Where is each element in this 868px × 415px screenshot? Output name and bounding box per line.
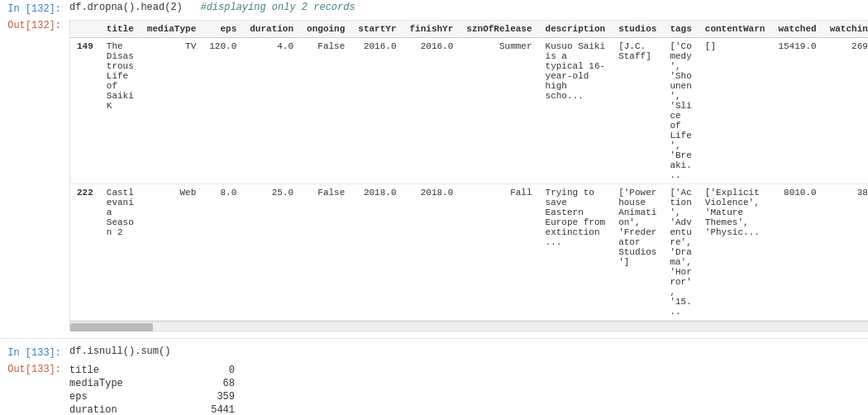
col-header-watching: watching: [823, 21, 868, 38]
notebook: In [132]: df.dropna().head(2) #displayin…: [0, 0, 868, 415]
table-cell-watching: 2694: [823, 38, 868, 184]
isnull-val: 68: [185, 377, 235, 390]
col-header-studios: studios: [612, 21, 663, 38]
table-cell-duration: 25.0: [243, 184, 300, 321]
cell-133-isnull: title0mediaType68eps359duration5441ongoi…: [66, 360, 868, 415]
cell-133-out-label: Out[133]:: [0, 360, 66, 415]
table-cell-sznOfRelease: Summer: [460, 38, 538, 184]
table-cell-contentWarn: ['Explicit Violence', 'Mature Themes', '…: [699, 184, 772, 321]
isnull-grid: title0mediaType68eps359duration5441ongoi…: [69, 362, 865, 415]
table-cell-watching: 384: [823, 184, 868, 321]
table-cell-ongoing: False: [300, 184, 351, 321]
cell-132-table-container: title mediaType eps duration ongoing sta…: [66, 17, 868, 333]
table-row: 222Castlevania Season 2Web8.025.0False20…: [70, 184, 868, 321]
cell-132-output: Out[132]: title mediaType eps duration o…: [0, 17, 868, 333]
table-cell-tags: ['Comedy', 'Shounen', 'Slice of Life', '…: [663, 38, 698, 184]
scrollbar-thumb[interactable]: [70, 323, 153, 332]
isnull-key: mediaType: [69, 377, 185, 390]
code-comment: #displaying only 2 records: [188, 2, 355, 13]
table-cell-tags: ['Action', 'Adventure', 'Drama', 'Horror…: [663, 184, 698, 321]
col-header-finishyr: finishYr: [403, 21, 460, 38]
cell-132-code: df.dropna().head(2) #displaying only 2 r…: [66, 0, 868, 15]
table-cell-studios: [J.C. Staff]: [612, 38, 663, 184]
table-cell-duration: 4.0: [243, 38, 300, 184]
df-table: title mediaType eps duration ongoing sta…: [70, 21, 868, 321]
table-cell-ongoing: False: [300, 38, 351, 184]
cell-133-output: Out[133]: title0mediaType68eps359duratio…: [0, 360, 868, 415]
isnull-val: 359: [185, 390, 235, 403]
isnull-val: 5441: [185, 403, 235, 415]
table-cell-title: Castlevania Season 2: [100, 184, 141, 321]
table-cell-mediaType: TV: [141, 38, 203, 184]
col-header-description: description: [539, 21, 613, 38]
col-header-watched: watched: [771, 21, 823, 38]
table-cell-startYr: 2018.0: [351, 184, 403, 321]
table-cell-eps: 120.0: [203, 38, 243, 184]
col-header-sznofrelease: sznOfRelease: [460, 21, 538, 38]
code-text-133: df.isnull().sum(): [69, 346, 170, 357]
col-header-tags: tags: [663, 21, 698, 38]
table-cell-mediaType: Web: [141, 184, 203, 321]
table-row: 149The Disastrous Life of Saiki KTV120.0…: [70, 38, 868, 184]
table-cell-watched: 15419.0: [771, 38, 823, 184]
cell-132-out-label: Out[132]:: [0, 17, 66, 333]
table-cell-finishYr: 2018.0: [403, 184, 460, 321]
table-cell-watched: 8010.0: [771, 184, 823, 321]
isnull-key: eps: [69, 390, 185, 403]
col-header-ongoing: ongoing: [300, 21, 351, 38]
table-cell-sznOfRelease: Fall: [460, 184, 538, 321]
col-header-mediatype: mediaType: [141, 21, 203, 38]
cell-divider: [0, 338, 868, 339]
cell-132-input: In [132]: df.dropna().head(2) #displayin…: [0, 0, 868, 15]
table-cell-idx: 222: [70, 184, 100, 321]
table-cell-description: Kusuo Saiki is a typical 16-year-old hig…: [539, 38, 613, 184]
dataframe-table[interactable]: title mediaType eps duration ongoing sta…: [69, 20, 868, 322]
table-cell-studios: ['Powerhouse Animation', 'Frederator Stu…: [612, 184, 663, 321]
cell-133-code: df.isnull().sum(): [66, 344, 868, 359]
table-cell-title: The Disastrous Life of Saiki K: [100, 38, 141, 184]
col-header-duration: duration: [243, 21, 300, 38]
table-cell-idx: 149: [70, 38, 100, 184]
col-header-eps: eps: [203, 21, 243, 38]
col-header-title: title: [100, 21, 141, 38]
col-header-startyr: startYr: [351, 21, 403, 38]
table-cell-finishYr: 2016.0: [403, 38, 460, 184]
horizontal-scrollbar[interactable]: [69, 322, 868, 332]
table-cell-contentWarn: []: [699, 38, 772, 184]
code-text: df.dropna().head(2): [69, 2, 183, 13]
cell-132-in-label: In [132]:: [0, 0, 66, 15]
isnull-key: duration: [69, 403, 185, 415]
col-header-contentwarn: contentWarn: [699, 21, 772, 38]
table-cell-startYr: 2016.0: [351, 38, 403, 184]
isnull-key: title: [69, 364, 185, 377]
col-header-idx: [70, 21, 100, 38]
isnull-val: 0: [185, 364, 235, 377]
table-cell-description: Trying to save Eastern Europe from extin…: [539, 184, 613, 321]
cell-133-in-label: In [133]:: [0, 344, 66, 359]
cell-133-input: In [133]: df.isnull().sum(): [0, 344, 868, 359]
table-header-row: title mediaType eps duration ongoing sta…: [70, 21, 868, 38]
table-cell-eps: 8.0: [203, 184, 243, 321]
